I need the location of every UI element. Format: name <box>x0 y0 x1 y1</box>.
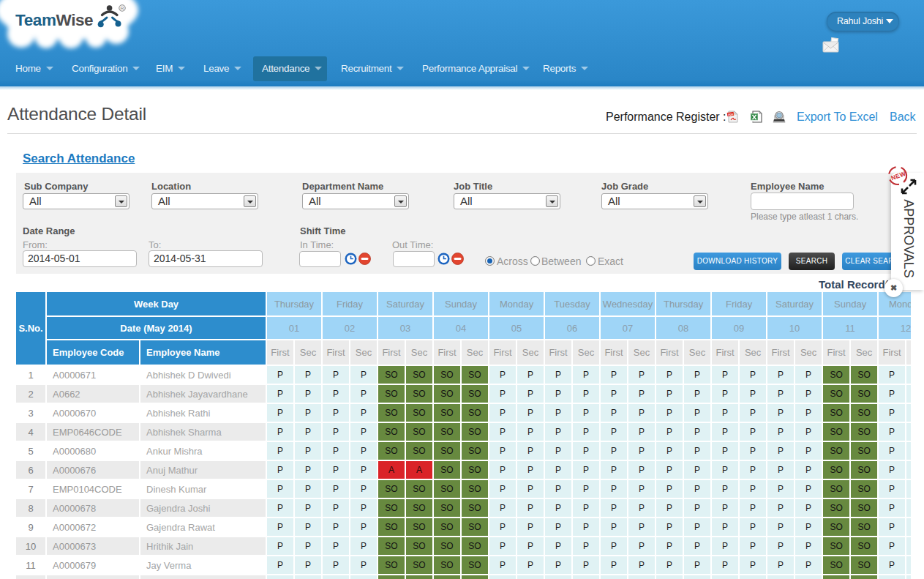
svg-text:R: R <box>120 5 124 12</box>
svg-text:TeamWise: TeamWise <box>15 11 93 29</box>
